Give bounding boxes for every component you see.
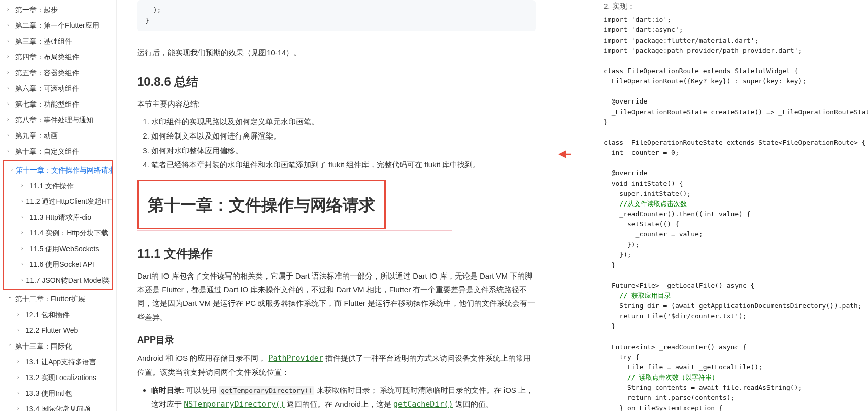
- link-getcachedir[interactable]: getCacheDir(): [393, 400, 453, 409]
- nav-label: 第十章：自定义组件: [15, 146, 79, 157]
- nav-label: 第十一章：文件操作与网络请求: [16, 165, 112, 176]
- nav-subitem[interactable]: ›13.4 国际化常见问题: [0, 401, 116, 411]
- nav-subitem[interactable]: ›13.2 实现Localizations: [0, 370, 116, 386]
- nav-chapter3[interactable]: ›第三章：基础组件: [0, 33, 116, 49]
- nav-label: 第四章：布局类组件: [15, 52, 79, 62]
- nav-label: 第一章：起步: [15, 5, 58, 15]
- title-underline: [137, 230, 452, 231]
- summary-list: 水印组件的实现思路以及如何定义单元水印画笔。如何绘制文本以及如何进行离屏渲染。如…: [137, 115, 536, 173]
- nav-chapter8[interactable]: ›第八章：事件处理与通知: [0, 112, 116, 128]
- nav-label: 13.1 让App支持多语言: [25, 357, 96, 367]
- text: Android 和 iOS 的应用存储目录不同，: [137, 354, 266, 362]
- chevron-right-icon: ›: [21, 182, 26, 189]
- main-content: ); } 运行后，能实现我们预期的效果（见图10-14）。 10.8.6 总结 …: [117, 0, 571, 411]
- p-app-dir: Android 和 iOS 的应用存储目录不同， PathProvider 插件…: [137, 351, 536, 379]
- nav-label: 12.1 包和插件: [25, 310, 70, 320]
- nav-chapter11[interactable]: › 第十一章：文件操作与网络请求: [4, 162, 112, 178]
- nav-label: 11.3 Http请求库-dio: [29, 212, 91, 223]
- step-label: 2. 实现：: [604, 0, 863, 12]
- text: 返回的值。在 Android上，这是: [285, 400, 393, 408]
- nav-subitem[interactable]: ›11.7 JSON转Dart Model类: [4, 272, 112, 288]
- summary-intro: 本节主要内容总结:: [137, 97, 536, 111]
- nav-chapter7[interactable]: ›第七章：功能型组件: [0, 96, 116, 112]
- chevron-down-icon: ›: [6, 297, 14, 302]
- nav-label: 11.4 实例：Http分块下载: [29, 228, 108, 238]
- heading-10-8-6: 10.8.6 总结: [137, 74, 536, 90]
- chevron-right-icon: ›: [7, 147, 12, 155]
- nav-subitem[interactable]: ›11.1 文件操作: [4, 178, 112, 194]
- chevron-right-icon: ›: [17, 373, 22, 381]
- nav-subitem[interactable]: ›11.5 使用WebSockets: [4, 241, 112, 257]
- nav-subitem[interactable]: ›12.2 Flutter Web: [0, 323, 116, 338]
- chevron-right-icon: ›: [17, 311, 22, 318]
- nav-label: 第七章：功能型组件: [15, 99, 79, 110]
- nav-label: 13.3 使用Intl包: [25, 388, 72, 399]
- link-ns-temp[interactable]: NSTemporaryDirectory(): [184, 400, 285, 409]
- chevron-right-icon: ›: [7, 68, 12, 76]
- sidebar-nav: ›第一章：起步›第二章：第一个Flutter应用›第三章：基础组件›第四章：布局…: [0, 0, 117, 411]
- nav-label: 12.2 Flutter Web: [25, 325, 78, 336]
- chevron-right-icon: ›: [17, 405, 22, 411]
- chevron-right-icon: ›: [7, 84, 12, 92]
- chevron-right-icon: ›: [17, 326, 22, 334]
- nav-chapter9[interactable]: ›第九章：动画: [0, 128, 116, 144]
- chevron-right-icon: ›: [21, 213, 26, 221]
- chevron-right-icon: ›: [7, 116, 12, 123]
- nav-label: 第五章：容器类组件: [15, 67, 79, 78]
- chevron-down-icon: ›: [6, 344, 14, 349]
- heading-app-dir: APP目录: [137, 334, 536, 346]
- nav-chapter13[interactable]: › 第十三章：国际化: [0, 338, 116, 354]
- nav-subitem[interactable]: ›12.1 包和插件: [0, 307, 116, 323]
- nav-chapter1[interactable]: ›第一章：起步: [0, 2, 116, 18]
- chevron-right-icon: ›: [21, 245, 26, 252]
- nav-chapter2[interactable]: ›第二章：第一个Flutter应用: [0, 18, 116, 33]
- nav-label: 第十三章：国际化: [15, 341, 72, 352]
- nav-label: 11.7 JSON转Dart Model类: [26, 275, 110, 286]
- chevron-right-icon: ›: [7, 37, 12, 45]
- chevron-right-icon: ›: [7, 100, 12, 108]
- chapter11-title-highlight: 第十一章：文件操作与网络请求: [137, 180, 386, 229]
- nav-label: 11.5 使用WebSockets: [29, 244, 99, 254]
- right-code-panel: 2. 实现： import 'dart:io'; import 'dart:as…: [571, 0, 868, 411]
- chevron-right-icon: ›: [17, 358, 22, 365]
- nav-subitem[interactable]: ›11.4 实例：Http分块下载: [4, 225, 112, 241]
- run-note: 运行后，能实现我们预期的效果（见图10-14）。: [137, 46, 536, 59]
- nav-label: 11.2 通过HttpClient发起HTTP请求: [26, 196, 112, 207]
- chevron-right-icon: ›: [21, 197, 23, 205]
- list-item: 水印组件的实现思路以及如何定义单元水印画笔。: [151, 115, 536, 129]
- list-item: 临时目录: 可以使用 getTemporaryDirectory() 来获取临时…: [151, 383, 536, 411]
- nav-subitem[interactable]: ›13.1 让App支持多语言: [0, 354, 116, 370]
- nav-label: 第八章：事件处理与通知: [15, 115, 93, 125]
- nav-chapter12[interactable]: › 第十二章：Flutter扩展: [0, 291, 116, 307]
- nav-subitem[interactable]: ›11.2 通过HttpClient发起HTTP请求: [4, 194, 112, 210]
- p-11-1: Dart的 IO 库包含了文件读写的相关类，它属于 Dart 语法标准的一部分，…: [137, 269, 536, 324]
- list-item: 如何对水印整体应用偏移。: [151, 144, 536, 158]
- nav-label: 11.6 使用Socket API: [29, 259, 94, 270]
- nav-label: 13.4 国际化常见问题: [25, 404, 91, 411]
- text-bold: 临时目录:: [151, 386, 184, 394]
- code-tail: ); }: [137, 0, 536, 31]
- nav-subitem[interactable]: ›13.3 使用Intl包: [0, 386, 116, 401]
- app-dir-list: 临时目录: 可以使用 getTemporaryDirectory() 来获取临时…: [137, 383, 536, 411]
- nav-subitem[interactable]: ›11.6 使用Socket API: [4, 257, 112, 272]
- nav-subitem[interactable]: ›11.3 Http请求库-dio: [4, 210, 112, 225]
- nav-label: 第十二章：Flutter扩展: [15, 294, 85, 304]
- nav-label: 第六章：可滚动组件: [15, 83, 79, 94]
- nav-chapter4[interactable]: ›第四章：布局类组件: [0, 49, 116, 65]
- annotation-arrow-icon: [558, 144, 571, 164]
- text: 返回的值。: [453, 400, 493, 408]
- link-pathprovider[interactable]: PathProvider: [268, 354, 323, 363]
- chevron-down-icon: ›: [8, 169, 16, 171]
- nav-chapter10[interactable]: ›第十章：自定义组件: [0, 144, 116, 159]
- nav-label: 11.1 文件操作: [29, 181, 74, 191]
- nav-chapter5[interactable]: ›第五章：容器类组件: [0, 65, 116, 81]
- chevron-right-icon: ›: [21, 276, 23, 284]
- nav-chapter6[interactable]: ›第六章：可滚动组件: [0, 81, 116, 96]
- chevron-right-icon: ›: [21, 229, 26, 236]
- heading-11-1: 11.1 文件操作: [137, 246, 536, 262]
- chevron-right-icon: ›: [7, 53, 12, 60]
- text: 可以使用: [184, 386, 219, 394]
- code-example: import 'dart:io'; import 'dart:async'; i…: [604, 15, 863, 411]
- list-item: 笔者已经将本章封装的水印组件和水印画笔添加到了 flukit 组件库，完整代码可…: [151, 158, 536, 173]
- heading-chapter11: 第十一章：文件操作与网络请求: [148, 194, 375, 217]
